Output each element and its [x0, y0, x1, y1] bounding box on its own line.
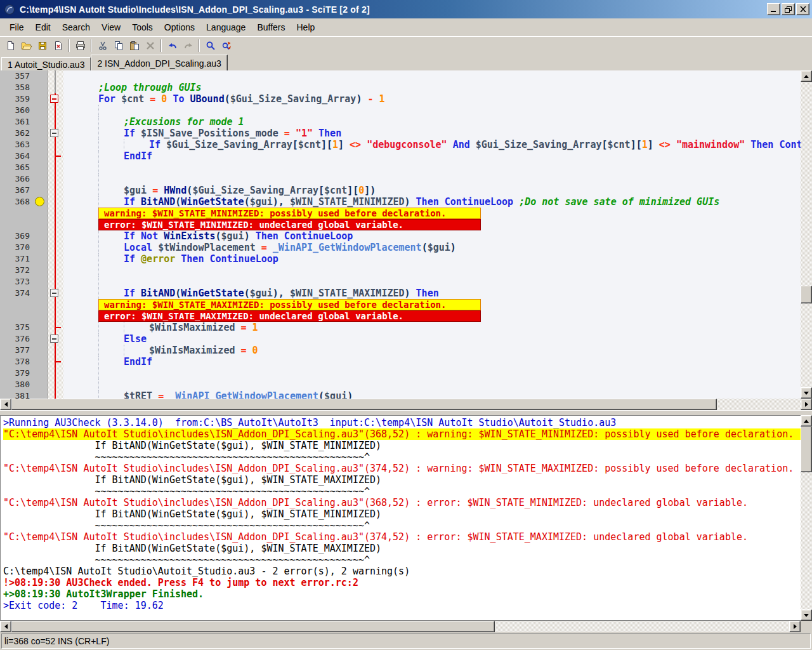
fold-margin[interactable]	[48, 150, 63, 162]
line-number-margin[interactable]: 372	[0, 265, 48, 276]
fold-collapse-icon[interactable]	[50, 129, 58, 137]
open-file-icon[interactable]	[18, 38, 34, 54]
delete-icon[interactable]	[142, 38, 158, 54]
line-number-margin[interactable]: 367	[0, 185, 48, 196]
code-line[interactable]: 374If BitAND(WinGetState($gui), $WIN_STA…	[0, 288, 801, 299]
line-number-margin[interactable]: 365	[0, 162, 48, 173]
vscroll-thumb[interactable]	[801, 286, 812, 303]
code-line[interactable]: 369If Not WinExists($gui) Then ContinueL…	[0, 230, 801, 242]
fold-margin[interactable]	[48, 390, 63, 399]
output-line[interactable]: If BitAND(WinGetState($gui), $WIN_STATE_…	[3, 440, 801, 451]
line-number-margin[interactable]: 360	[0, 105, 48, 116]
fold-margin[interactable]	[48, 345, 63, 356]
code-line[interactable]: 366	[0, 173, 801, 185]
code-line[interactable]: 357	[0, 70, 801, 82]
code-line[interactable]: 376Else	[0, 333, 801, 345]
code-line[interactable]: 371If @error Then ContinueLoop	[0, 253, 801, 265]
output-line[interactable]: "C:\temp4\ISN AutoIt Studio\includes\ISN…	[3, 463, 801, 474]
print-icon[interactable]	[72, 38, 88, 54]
tab-2[interactable]: 2 ISN_Addon_DPI_Scaling.au3	[91, 55, 227, 70]
line-number-margin[interactable]: 373	[0, 276, 48, 288]
output-line[interactable]: ~~~~~~~~~~~~~~~~~~~~~~~~~~~~~~~~~~~~~~~~…	[3, 554, 801, 566]
code-line[interactable]: 378EndIf	[0, 356, 801, 368]
output-pane[interactable]: >Running AU3Check (3.3.14.0) from:C:\BS_…	[0, 415, 812, 621]
line-number-margin[interactable]: 359	[0, 93, 48, 105]
line-number-margin[interactable]: 371	[0, 253, 48, 265]
line-number-margin[interactable]	[0, 219, 48, 230]
code-line[interactable]: 358;Loop through GUIs	[0, 82, 801, 93]
hscroll-thumb[interactable]	[11, 621, 495, 632]
find-replace-icon[interactable]	[218, 38, 234, 54]
fold-margin[interactable]	[48, 219, 63, 230]
output-line[interactable]: If BitAND(WinGetState($gui), $WIN_STATE_…	[3, 508, 801, 520]
line-number-margin[interactable]: 366	[0, 173, 48, 185]
line-number-margin[interactable]: 375	[0, 322, 48, 333]
scroll-right-button[interactable]	[789, 621, 801, 632]
tab-1[interactable]: 1 Autoit_Studio.au3	[1, 57, 91, 70]
fold-margin[interactable]	[48, 368, 63, 379]
code-line[interactable]: 368If BitAND(WinGetState($gui), $WIN_STA…	[0, 196, 801, 208]
hscroll-thumb[interactable]	[11, 399, 717, 410]
line-number-margin[interactable]: 361	[0, 116, 48, 128]
menu-help[interactable]: Help	[291, 20, 320, 35]
output-line[interactable]: ~~~~~~~~~~~~~~~~~~~~~~~~~~~~~~~~~~~~~~~~…	[3, 486, 801, 497]
line-number-margin[interactable]: 357	[0, 70, 48, 82]
editor-vscrollbar[interactable]	[801, 70, 812, 399]
fold-margin[interactable]	[48, 253, 63, 265]
minimize-button[interactable]	[767, 3, 780, 15]
fold-margin[interactable]	[48, 70, 63, 82]
fold-margin[interactable]	[48, 322, 63, 333]
code-editor[interactable]: 357358;Loop through GUIs359For $cnt = 0 …	[0, 70, 812, 399]
line-number-margin[interactable]	[0, 299, 48, 310]
output-line[interactable]: >Running AU3Check (3.3.14.0) from:C:\BS_…	[3, 417, 801, 428]
line-number-margin[interactable]: 381	[0, 390, 48, 399]
copy-icon[interactable]	[110, 38, 126, 54]
undo-icon[interactable]	[164, 38, 180, 54]
scroll-down-button[interactable]	[801, 387, 812, 399]
line-number-margin[interactable]: 378	[0, 356, 48, 368]
fold-margin[interactable]	[48, 356, 63, 368]
code-line[interactable]: 370Local $tWindowPlacement = _WinAPI_Get…	[0, 242, 801, 253]
code-line[interactable]: 381$tRET = _WinAPI_GetWindowPlacement($g…	[0, 390, 801, 399]
scroll-left-button[interactable]	[0, 399, 11, 410]
code-line[interactable]: 361;Excusions for mode 1	[0, 116, 801, 128]
fold-margin[interactable]	[48, 93, 63, 105]
fold-margin[interactable]	[48, 128, 63, 139]
fold-margin[interactable]	[48, 310, 63, 322]
fold-margin[interactable]	[48, 299, 63, 310]
output-line[interactable]: ~~~~~~~~~~~~~~~~~~~~~~~~~~~~~~~~~~~~~~~~…	[3, 520, 801, 531]
line-number-margin[interactable]: 363	[0, 139, 48, 150]
fold-margin[interactable]	[48, 230, 63, 242]
redo-icon[interactable]	[180, 38, 196, 54]
close-file-icon[interactable]	[50, 38, 66, 54]
fold-margin[interactable]	[48, 105, 63, 116]
line-number-margin[interactable]: 377	[0, 345, 48, 356]
fold-margin[interactable]	[48, 116, 63, 128]
scroll-up-button[interactable]	[801, 70, 812, 82]
output-line[interactable]: !>08:19:30 AU3Check ended. Press F4 to j…	[3, 577, 801, 588]
menu-file[interactable]: File	[4, 20, 30, 35]
pane-splitter[interactable]	[0, 410, 812, 415]
line-number-margin[interactable]	[0, 208, 48, 219]
line-number-margin[interactable]: 364	[0, 150, 48, 162]
output-hscrollbar[interactable]	[0, 621, 801, 632]
find-icon[interactable]	[202, 38, 218, 54]
cut-icon[interactable]	[95, 38, 110, 54]
code-line[interactable]: 372	[0, 265, 801, 276]
line-number-margin[interactable]: 379	[0, 368, 48, 379]
output-line[interactable]: +>08:19:30 AutoIt3Wrapper Finished.	[3, 588, 801, 600]
code-line[interactable]: 364EndIf	[0, 150, 801, 162]
menu-language[interactable]: Language	[200, 20, 251, 35]
fold-margin[interactable]	[48, 242, 63, 253]
code-line[interactable]: 363If $Gui_Size_Saving_Array[$cnt][1] <>…	[0, 139, 801, 150]
menu-view[interactable]: View	[96, 20, 126, 35]
fold-margin[interactable]	[48, 185, 63, 196]
output-line[interactable]: If BitAND(WinGetState($gui), $WIN_STATE_…	[3, 474, 801, 486]
code-line[interactable]: 365	[0, 162, 801, 173]
line-number-margin[interactable]: 358	[0, 82, 48, 93]
output-line[interactable]: C:\temp4\ISN AutoIt Studio\Autoit_Studio…	[3, 566, 801, 577]
fold-collapse-icon[interactable]	[50, 95, 58, 103]
menu-search[interactable]: Search	[56, 20, 96, 35]
line-number-margin[interactable]: 376	[0, 333, 48, 345]
output-line[interactable]: ~~~~~~~~~~~~~~~~~~~~~~~~~~~~~~~~~~~~~~~~…	[3, 451, 801, 463]
